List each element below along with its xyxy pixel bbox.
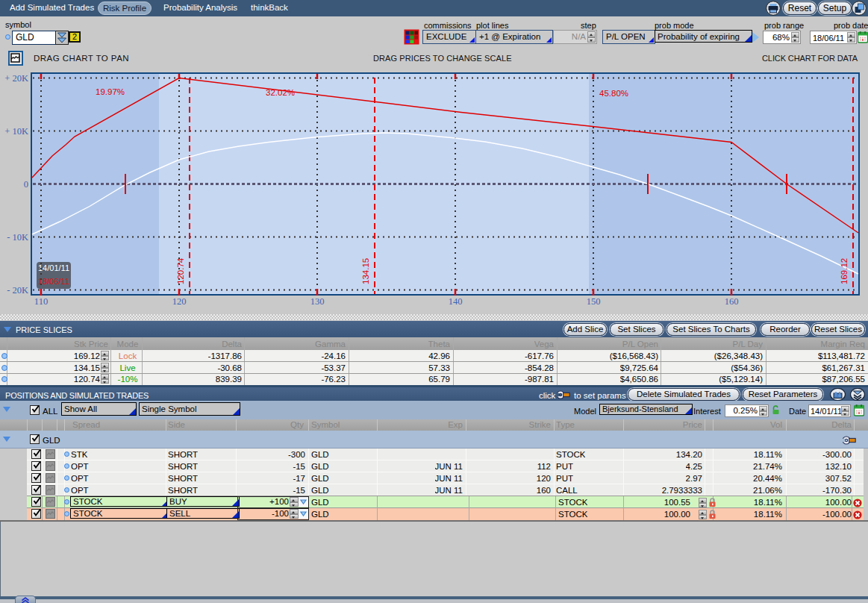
svg-text:45.80%: 45.80% xyxy=(599,89,628,98)
svg-text:32.02%: 32.02% xyxy=(266,88,295,97)
svg-text:110: 110 xyxy=(34,296,48,307)
svg-text:140: 140 xyxy=(449,296,463,307)
svg-text:120.74: 120.74 xyxy=(176,257,185,284)
svg-text:18/06/11: 18/06/11 xyxy=(38,277,69,286)
svg-text:134.15: 134.15 xyxy=(361,258,370,284)
svg-text:14/01/11: 14/01/11 xyxy=(38,263,69,272)
svg-text:- 10K: - 10K xyxy=(7,232,28,243)
svg-text:19.97%: 19.97% xyxy=(96,87,125,96)
svg-text:+ 10K: + 10K xyxy=(4,126,28,137)
svg-text:- 20K: - 20K xyxy=(7,285,28,296)
svg-text:169.12: 169.12 xyxy=(840,258,849,284)
svg-text:0: 0 xyxy=(24,179,28,190)
svg-text:+ 20K: + 20K xyxy=(4,73,28,84)
svg-text:130: 130 xyxy=(310,296,325,307)
svg-text:120: 120 xyxy=(172,296,187,307)
svg-text:150: 150 xyxy=(587,296,601,307)
svg-text:160: 160 xyxy=(725,296,739,307)
